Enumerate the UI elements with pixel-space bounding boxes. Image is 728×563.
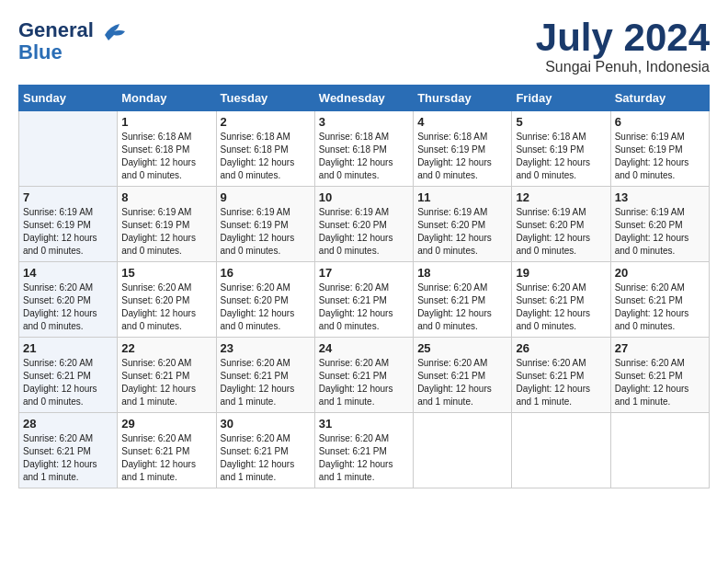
day-info: Sunrise: 6:19 AMSunset: 6:20 PMDaylight:… <box>615 206 705 258</box>
title-block: July 2024 Sungai Penuh, Indonesia <box>536 18 710 75</box>
day-cell: 11Sunrise: 6:19 AMSunset: 6:20 PMDayligh… <box>414 187 512 262</box>
day-info: Sunrise: 6:20 AMSunset: 6:21 PMDaylight:… <box>615 282 705 333</box>
day-cell: 24Sunrise: 6:20 AMSunset: 6:21 PMDayligh… <box>314 338 413 413</box>
day-cell <box>512 413 610 488</box>
day-cell: 10Sunrise: 6:19 AMSunset: 6:20 PMDayligh… <box>314 187 413 262</box>
day-cell: 19Sunrise: 6:20 AMSunset: 6:21 PMDayligh… <box>512 262 610 338</box>
day-number: 12 <box>516 190 606 204</box>
day-cell: 28Sunrise: 6:20 AMSunset: 6:21 PMDayligh… <box>19 413 118 488</box>
day-cell: 31Sunrise: 6:20 AMSunset: 6:21 PMDayligh… <box>314 413 413 488</box>
day-info: Sunrise: 6:20 AMSunset: 6:21 PMDaylight:… <box>221 432 311 484</box>
calendar-table: SundayMondayTuesdayWednesdayThursdayFrid… <box>18 85 710 488</box>
day-cell: 18Sunrise: 6:20 AMSunset: 6:21 PMDayligh… <box>414 262 512 338</box>
calendar-title: July 2024 <box>536 18 710 57</box>
day-cell: 12Sunrise: 6:19 AMSunset: 6:20 PMDayligh… <box>512 187 610 262</box>
day-cell: 16Sunrise: 6:20 AMSunset: 6:20 PMDayligh… <box>216 262 314 338</box>
day-info: Sunrise: 6:19 AMSunset: 6:20 PMDaylight:… <box>319 206 409 258</box>
day-cell: 14Sunrise: 6:20 AMSunset: 6:20 PMDayligh… <box>19 262 118 338</box>
day-cell <box>19 111 118 187</box>
day-cell: 1Sunrise: 6:18 AMSunset: 6:18 PMDaylight… <box>118 111 216 187</box>
day-info: Sunrise: 6:19 AMSunset: 6:19 PMDaylight:… <box>615 131 705 182</box>
day-number: 8 <box>121 190 211 204</box>
day-info: Sunrise: 6:20 AMSunset: 6:21 PMDaylight:… <box>121 432 211 484</box>
day-number: 18 <box>417 266 507 280</box>
day-number: 4 <box>417 115 507 129</box>
day-cell: 8Sunrise: 6:19 AMSunset: 6:19 PMDaylight… <box>118 187 216 262</box>
day-cell: 2Sunrise: 6:18 AMSunset: 6:18 PMDaylight… <box>216 111 314 187</box>
day-info: Sunrise: 6:19 AMSunset: 6:20 PMDaylight:… <box>516 206 606 258</box>
day-cell: 5Sunrise: 6:18 AMSunset: 6:19 PMDaylight… <box>512 111 610 187</box>
header-thursday: Thursday <box>414 86 512 111</box>
day-number: 14 <box>23 266 113 280</box>
day-info: Sunrise: 6:20 AMSunset: 6:20 PMDaylight:… <box>221 282 311 333</box>
day-number: 25 <box>417 341 507 355</box>
day-number: 10 <box>319 190 409 204</box>
week-row-3: 14Sunrise: 6:20 AMSunset: 6:20 PMDayligh… <box>19 262 710 338</box>
day-info: Sunrise: 6:20 AMSunset: 6:21 PMDaylight:… <box>221 357 311 408</box>
day-info: Sunrise: 6:20 AMSunset: 6:21 PMDaylight:… <box>516 282 606 333</box>
header-wednesday: Wednesday <box>314 86 413 111</box>
day-cell: 13Sunrise: 6:19 AMSunset: 6:20 PMDayligh… <box>610 187 709 262</box>
logo: General Blue <box>18 18 127 63</box>
day-cell: 3Sunrise: 6:18 AMSunset: 6:18 PMDaylight… <box>314 111 413 187</box>
day-number: 16 <box>221 266 311 280</box>
day-info: Sunrise: 6:20 AMSunset: 6:20 PMDaylight:… <box>23 282 113 333</box>
day-cell: 23Sunrise: 6:20 AMSunset: 6:21 PMDayligh… <box>216 338 314 413</box>
day-number: 9 <box>221 190 311 204</box>
day-info: Sunrise: 6:20 AMSunset: 6:21 PMDaylight:… <box>121 357 211 408</box>
day-number: 27 <box>615 341 705 355</box>
day-number: 13 <box>615 190 705 204</box>
page-header: General Blue July 2024 Sungai Penuh, Ind… <box>18 18 710 75</box>
week-row-5: 28Sunrise: 6:20 AMSunset: 6:21 PMDayligh… <box>19 413 710 488</box>
day-cell: 21Sunrise: 6:20 AMSunset: 6:21 PMDayligh… <box>19 338 118 413</box>
day-cell: 22Sunrise: 6:20 AMSunset: 6:21 PMDayligh… <box>118 338 216 413</box>
day-info: Sunrise: 6:18 AMSunset: 6:18 PMDaylight:… <box>221 131 311 182</box>
header-tuesday: Tuesday <box>216 86 314 111</box>
logo-blue: Blue <box>18 42 127 63</box>
day-info: Sunrise: 6:20 AMSunset: 6:21 PMDaylight:… <box>319 357 409 408</box>
day-number: 21 <box>23 341 113 355</box>
day-info: Sunrise: 6:20 AMSunset: 6:21 PMDaylight:… <box>615 357 705 408</box>
day-info: Sunrise: 6:19 AMSunset: 6:19 PMDaylight:… <box>23 206 113 258</box>
header-friday: Friday <box>512 86 610 111</box>
day-info: Sunrise: 6:20 AMSunset: 6:20 PMDaylight:… <box>121 282 211 333</box>
day-number: 1 <box>121 115 211 129</box>
day-cell: 30Sunrise: 6:20 AMSunset: 6:21 PMDayligh… <box>216 413 314 488</box>
day-cell: 25Sunrise: 6:20 AMSunset: 6:21 PMDayligh… <box>414 338 512 413</box>
day-info: Sunrise: 6:19 AMSunset: 6:19 PMDaylight:… <box>221 206 311 258</box>
day-info: Sunrise: 6:18 AMSunset: 6:18 PMDaylight:… <box>319 131 409 182</box>
day-info: Sunrise: 6:20 AMSunset: 6:21 PMDaylight:… <box>23 357 113 408</box>
day-info: Sunrise: 6:19 AMSunset: 6:20 PMDaylight:… <box>417 206 507 258</box>
day-cell: 20Sunrise: 6:20 AMSunset: 6:21 PMDayligh… <box>610 262 709 338</box>
day-info: Sunrise: 6:19 AMSunset: 6:19 PMDaylight:… <box>121 206 211 258</box>
day-number: 31 <box>319 417 409 431</box>
header-saturday: Saturday <box>610 86 709 111</box>
day-info: Sunrise: 6:20 AMSunset: 6:21 PMDaylight:… <box>23 432 113 484</box>
header-row: SundayMondayTuesdayWednesdayThursdayFrid… <box>19 86 710 111</box>
day-info: Sunrise: 6:20 AMSunset: 6:21 PMDaylight:… <box>417 282 507 333</box>
day-cell: 9Sunrise: 6:19 AMSunset: 6:19 PMDaylight… <box>216 187 314 262</box>
day-number: 26 <box>516 341 606 355</box>
day-number: 30 <box>221 417 311 431</box>
day-info: Sunrise: 6:20 AMSunset: 6:21 PMDaylight:… <box>417 357 507 408</box>
day-number: 23 <box>221 341 311 355</box>
day-number: 28 <box>23 417 113 431</box>
day-number: 6 <box>615 115 705 129</box>
day-cell: 29Sunrise: 6:20 AMSunset: 6:21 PMDayligh… <box>118 413 216 488</box>
day-cell: 6Sunrise: 6:19 AMSunset: 6:19 PMDaylight… <box>610 111 709 187</box>
day-number: 24 <box>319 341 409 355</box>
logo-bird-icon <box>101 18 127 44</box>
day-cell <box>610 413 709 488</box>
day-number: 11 <box>417 190 507 204</box>
day-info: Sunrise: 6:18 AMSunset: 6:19 PMDaylight:… <box>417 131 507 182</box>
day-number: 15 <box>121 266 211 280</box>
day-cell: 7Sunrise: 6:19 AMSunset: 6:19 PMDaylight… <box>19 187 118 262</box>
header-sunday: Sunday <box>19 86 118 111</box>
day-cell: 4Sunrise: 6:18 AMSunset: 6:19 PMDaylight… <box>414 111 512 187</box>
day-number: 19 <box>516 266 606 280</box>
day-cell: 26Sunrise: 6:20 AMSunset: 6:21 PMDayligh… <box>512 338 610 413</box>
day-cell: 27Sunrise: 6:20 AMSunset: 6:21 PMDayligh… <box>610 338 709 413</box>
day-info: Sunrise: 6:20 AMSunset: 6:21 PMDaylight:… <box>319 432 409 484</box>
header-monday: Monday <box>118 86 216 111</box>
day-info: Sunrise: 6:18 AMSunset: 6:19 PMDaylight:… <box>516 131 606 182</box>
